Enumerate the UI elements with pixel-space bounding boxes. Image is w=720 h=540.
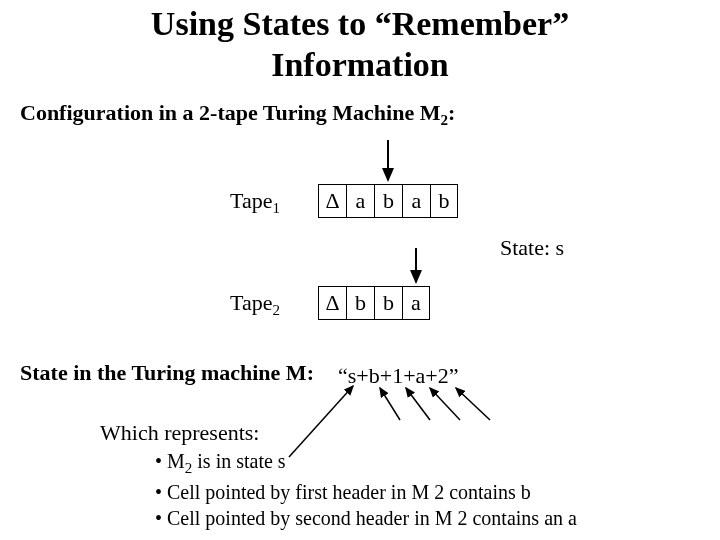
tape2-cell: Δ xyxy=(318,286,346,320)
bullet1-suffix: is in state s xyxy=(192,450,285,472)
subtitle-prefix: Configuration in a 2-tape Turing Machine… xyxy=(20,100,440,125)
bullet-1: • M2 is in state s xyxy=(155,448,577,479)
represents-label: Which represents: xyxy=(100,420,259,446)
tape2-cell: a xyxy=(402,286,430,320)
config-subtitle: Configuration in a 2-tape Turing Machine… xyxy=(20,100,455,129)
tape2-label-sub: 2 xyxy=(272,302,280,318)
bullet-list: • M2 is in state s • Cell pointed by fir… xyxy=(155,448,577,531)
tape1-label: Tape1 xyxy=(230,188,280,217)
subtitle-suffix: : xyxy=(448,100,455,125)
arrow-to-1 xyxy=(406,388,430,420)
tape2-row: Δ b b a xyxy=(318,286,430,320)
state-s-label: State: s xyxy=(500,235,564,261)
tape1-cell: a xyxy=(346,184,374,218)
tape1-label-sub: 1 xyxy=(272,200,280,216)
tape1-cell: b xyxy=(430,184,458,218)
tape2-label-prefix: Tape xyxy=(230,290,272,315)
subtitle-subscript: 2 xyxy=(440,112,448,128)
state-line-label: State in the Turing machine M: xyxy=(20,360,314,386)
tape1-cell: b xyxy=(374,184,402,218)
tape1-row: Δ a b a b xyxy=(318,184,458,218)
slide: Using States to “Remember” Information C… xyxy=(0,0,720,540)
slide-title: Using States to “Remember” Information xyxy=(0,4,720,86)
state-string: “s+b+1+a+2” xyxy=(338,363,458,389)
tape2-cell: b xyxy=(374,286,402,320)
bullet-2: • Cell pointed by first header in M 2 co… xyxy=(155,479,577,505)
bullet1-prefix: • M xyxy=(155,450,185,472)
tape1-cell: a xyxy=(402,184,430,218)
arrow-to-s xyxy=(289,386,353,457)
tape1-cell: Δ xyxy=(318,184,346,218)
bullet-3: • Cell pointed by second header in M 2 c… xyxy=(155,505,577,531)
arrow-to-2 xyxy=(456,388,490,420)
tape2-label: Tape2 xyxy=(230,290,280,319)
tape2-cell: b xyxy=(346,286,374,320)
title-line-1: Using States to “Remember” xyxy=(151,5,569,42)
arrow-to-b xyxy=(380,388,400,420)
tape1-label-prefix: Tape xyxy=(230,188,272,213)
arrow-to-a xyxy=(430,388,460,420)
title-line-2: Information xyxy=(271,46,449,83)
